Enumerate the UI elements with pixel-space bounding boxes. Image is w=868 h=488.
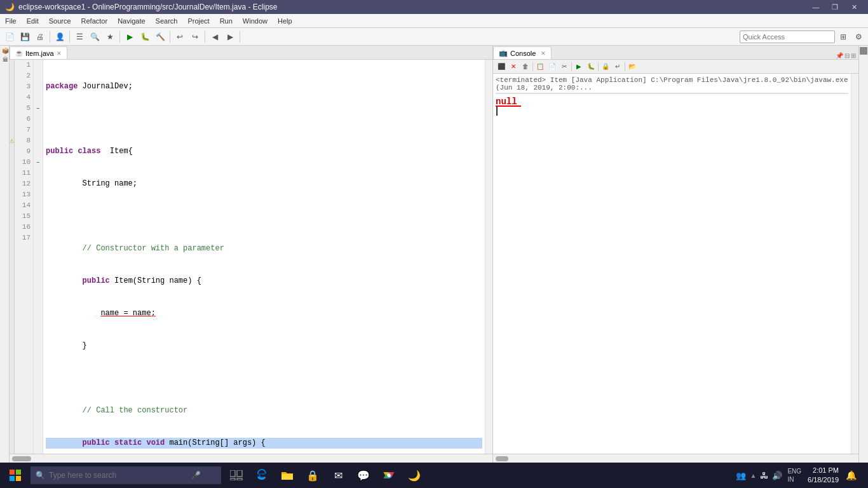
search-t-button[interactable]: 🔍 <box>88 30 102 44</box>
bp-line7 <box>10 125 14 135</box>
bp-line6 <box>10 114 14 125</box>
build-button[interactable]: 🔨 <box>153 30 167 44</box>
search-input[interactable] <box>49 471 189 480</box>
file-explorer-button[interactable] <box>275 463 300 488</box>
run-button[interactable]: ▶ <box>123 30 137 44</box>
right-sidebar-icon[interactable] <box>860 47 867 55</box>
console-debug-btn[interactable]: 🐛 <box>585 61 597 72</box>
console-stop-btn[interactable]: ⬛ <box>496 61 507 72</box>
maximize-button[interactable]: ❐ <box>826 0 844 14</box>
new-button[interactable]: 📄 <box>3 30 17 44</box>
toolbar: 📄 💾 🖨 👤 ☰ 🔍 ★ ▶ 🐛 🔨 ↩ ↪ ◀ ▶ ⊞ ⚙ <box>0 28 868 46</box>
tasks-button[interactable]: ☰ <box>72 30 86 44</box>
chrome-button[interactable] <box>376 463 402 488</box>
volume-icon[interactable]: 🔊 <box>772 471 782 480</box>
bp-line17 <box>10 233 14 243</box>
security-button[interactable]: 🔒 <box>300 463 325 488</box>
code-content[interactable]: package JournalDev; public class Item{ S… <box>43 60 485 454</box>
store-button[interactable]: 💬 <box>351 463 376 488</box>
redo-button[interactable]: ↪ <box>188 30 202 44</box>
debug-button[interactable]: 🐛 <box>138 30 152 44</box>
console-new-btn[interactable]: 📂 <box>627 61 638 72</box>
quick-access-input[interactable] <box>740 30 835 43</box>
console-scroll-bar[interactable] <box>851 74 858 454</box>
ln-15: 15 <box>15 211 31 222</box>
console-tab-actions: 📌 ⊟ ⊞ <box>833 52 858 59</box>
close-button[interactable]: ✕ <box>845 0 863 14</box>
svg-rect-4 <box>230 470 235 477</box>
ln-7: 7 <box>15 125 31 135</box>
arrow-up-icon[interactable]: ▲ <box>750 472 756 479</box>
fold-3 <box>34 60 43 71</box>
code-line-11: // Call the constructor <box>46 405 482 416</box>
editor-h-thumb[interactable] <box>12 456 31 461</box>
editor-h-scroll[interactable] <box>10 454 492 463</box>
console-h-thumb[interactable] <box>496 456 508 461</box>
save-button[interactable]: 💾 <box>18 30 32 44</box>
task-view-button[interactable] <box>224 463 249 488</box>
fold-17 <box>34 211 43 222</box>
views-button[interactable]: ⚙ <box>851 30 865 44</box>
nav-fwd-button[interactable]: ▶ <box>223 30 237 44</box>
console-remove-btn[interactable]: 🗑 <box>520 61 531 72</box>
menu-project[interactable]: Project <box>182 14 214 27</box>
microphone-icon[interactable]: 🎤 <box>191 471 201 480</box>
undo-button[interactable]: ↩ <box>173 30 187 44</box>
console-wrap-btn[interactable]: ↵ <box>612 61 623 72</box>
menu-search[interactable]: Search <box>151 14 183 27</box>
console-tab[interactable]: 📺 Console ✕ <box>493 46 552 59</box>
fold-6 <box>34 92 43 103</box>
mark-button[interactable]: ★ <box>103 30 117 44</box>
console-cut-btn[interactable]: ✂ <box>559 61 570 72</box>
console-scroll-lock-btn[interactable]: 🔒 <box>600 61 611 72</box>
console-maximize[interactable]: ⊞ <box>851 52 856 59</box>
menu-navigate[interactable]: Navigate <box>112 14 150 27</box>
console-run-btn[interactable]: ▶ <box>573 61 585 72</box>
search-bar[interactable]: 🔍 🎤 <box>31 466 221 484</box>
fold-11 <box>34 146 43 157</box>
people-icon[interactable]: 👥 <box>736 471 746 480</box>
editor-scroll-bar[interactable] <box>485 60 492 454</box>
clock[interactable]: 2:01 PM 6/18/2019 <box>808 466 839 485</box>
sidebar-hier-icon[interactable]: 🏛 <box>1 56 9 64</box>
menu-run[interactable]: Run <box>215 14 238 27</box>
editor-section: ☕ Item.java ✕ ⚠ <box>10 46 493 463</box>
console-copy-btn[interactable]: 📋 <box>534 61 546 72</box>
menu-edit[interactable]: Edit <box>22 14 44 27</box>
fold-9 <box>34 125 43 135</box>
menu-window[interactable]: Window <box>238 14 273 27</box>
breakpoint-area: ⚠ <box>10 60 15 454</box>
ln-6: 6 <box>15 114 31 125</box>
print-button[interactable]: 🖨 <box>33 30 47 44</box>
console-minimize[interactable]: ⊟ <box>844 52 850 59</box>
profile-button[interactable]: 👤 <box>53 30 67 44</box>
tab-close-button[interactable]: ✕ <box>57 50 62 57</box>
console-h-scroll[interactable] <box>493 454 858 463</box>
minimize-button[interactable]: — <box>807 0 825 14</box>
console-tab-close[interactable]: ✕ <box>541 50 546 57</box>
nav-back-button[interactable]: ◀ <box>208 30 222 44</box>
edge-browser-button[interactable] <box>249 463 275 488</box>
windows-logo-icon <box>10 470 21 481</box>
taskbar-right: 👥 ▲ 🖧 🔊 ENGIN 2:01 PM 6/18/2019 🔔 <box>736 463 865 488</box>
menu-file[interactable]: File <box>0 14 22 27</box>
right-sidebar <box>858 46 868 463</box>
network-icon[interactable]: 🖧 <box>760 471 768 480</box>
console-terminate-btn[interactable]: ✕ <box>508 61 519 72</box>
eclipse-button[interactable]: 🌙 <box>402 463 427 488</box>
perspective-button[interactable]: ⊞ <box>836 30 850 44</box>
pin-button[interactable]: 📌 <box>836 52 843 59</box>
notifications-button[interactable]: 🔔 <box>841 463 860 488</box>
bp-line13 <box>10 189 14 200</box>
mail-button[interactable]: ✉ <box>325 463 351 488</box>
fold-4 <box>34 71 43 81</box>
menu-help[interactable]: Help <box>273 14 297 27</box>
editor-area[interactable]: ⚠ 1 2 3 4 5 6 7 8 9 <box>10 60 492 454</box>
start-button[interactable] <box>3 463 28 488</box>
menu-refactor[interactable]: Refactor <box>76 14 113 27</box>
console-paste-btn[interactable]: 📄 <box>546 61 558 72</box>
sidebar-pkg-icon[interactable]: 📦 <box>1 47 9 55</box>
svg-rect-1 <box>16 470 21 475</box>
editor-tab[interactable]: ☕ Item.java ✕ <box>10 46 67 59</box>
menu-source[interactable]: Source <box>44 14 76 27</box>
